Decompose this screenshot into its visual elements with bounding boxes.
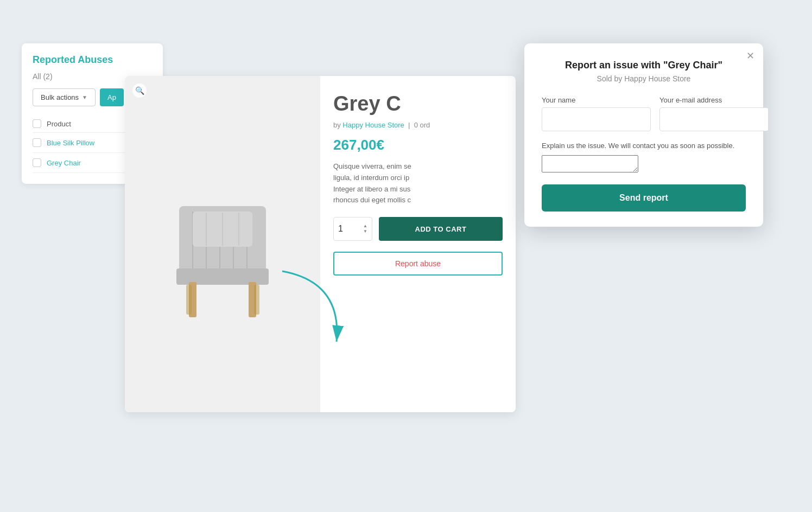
modal-name-email-row: Your name Your e-mail address [542, 96, 746, 131]
email-label: Your e-mail address [659, 96, 769, 104]
modal-issue-field: Explain us the issue. We will contact yo… [542, 141, 746, 175]
product-page: 🔍 Grey C [125, 76, 516, 412]
modal-close-button[interactable]: ✕ [746, 51, 754, 61]
add-to-cart-button[interactable]: ADD TO CART [379, 217, 503, 241]
product-actions: 1 ▲ ▼ ADD TO CART [333, 217, 503, 241]
admin-title: Reported Abuses [33, 54, 152, 66]
seller-link[interactable]: Happy House Store [342, 121, 404, 129]
name-label: Your name [542, 96, 651, 104]
product-image-panel: 🔍 [125, 76, 320, 412]
quantity-stepper[interactable]: ▲ ▼ [363, 224, 367, 234]
zoom-icon[interactable]: 🔍 [132, 84, 147, 98]
row-checkbox-2[interactable] [33, 158, 41, 167]
row-checkbox-1[interactable] [33, 138, 41, 147]
svg-rect-14 [254, 285, 259, 315]
email-input[interactable] [659, 107, 769, 131]
report-modal: ✕ Report an issue with "Grey Chair" Sold… [524, 43, 763, 227]
modal-name-field: Your name [542, 96, 651, 131]
modal-title: Report an issue with "Grey Chair" [542, 60, 746, 71]
qty-up-arrow[interactable]: ▲ [363, 224, 367, 228]
issue-label: Explain us the issue. We will contact yo… [542, 141, 746, 151]
header-checkbox[interactable] [33, 119, 41, 128]
product-seller: by Happy House Store | 0 ord [333, 121, 503, 129]
product-description: Quisque viverra, enim se ligula, id inte… [333, 161, 503, 206]
apply-button[interactable]: Ap [100, 88, 124, 106]
modal-subtitle: Sold by Happy House Store [542, 74, 746, 83]
chevron-down-icon: ▼ [82, 94, 87, 100]
send-report-button[interactable]: Send report [542, 184, 746, 212]
quantity-input[interactable]: 1 ▲ ▼ [333, 217, 372, 241]
product-name: Grey C [333, 92, 503, 116]
svg-rect-13 [186, 285, 192, 315]
close-icon: ✕ [746, 50, 754, 61]
name-input[interactable] [542, 107, 651, 131]
product-price: 267,00€ [333, 137, 503, 153]
product-info-panel: Grey C by Happy House Store | 0 ord 267,… [320, 76, 516, 412]
modal-email-field: Your e-mail address [659, 96, 769, 131]
issue-textarea[interactable] [542, 155, 638, 172]
product-image [152, 163, 293, 325]
qty-down-arrow[interactable]: ▼ [363, 229, 367, 234]
report-abuse-button[interactable]: Report abuse [333, 252, 503, 276]
bulk-actions-button[interactable]: Bulk actions ▼ [33, 88, 96, 106]
